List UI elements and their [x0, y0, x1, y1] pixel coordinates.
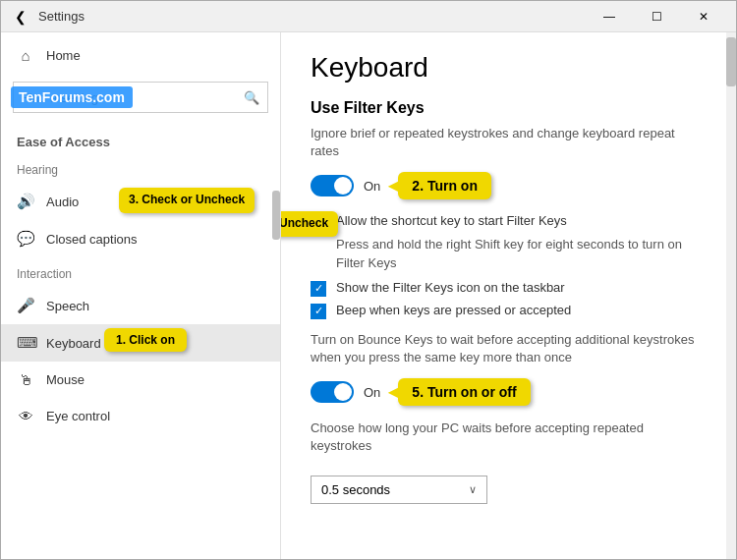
speech-icon: 🎤	[17, 297, 34, 314]
toggle-knob-2	[334, 383, 352, 401]
main-scrollbar-thumb[interactable]	[726, 37, 736, 86]
speech-label: Speech	[46, 299, 89, 313]
eye-control-icon: 👁	[17, 408, 34, 424]
checkbox-2-row: ✓ Show the Filter Keys icon on the taskb…	[311, 280, 707, 297]
annotation-turn-on-or-off: ◄ 5. Turn on or off	[398, 378, 530, 406]
sidebar-item-closed-captions[interactable]: 💬 Closed captions	[1, 220, 280, 257]
toggle-2-label: On	[364, 385, 380, 400]
sidebar: TenForums.com ⌂ Home 🔍 Ease of Access He…	[1, 32, 281, 559]
annotation-check-or-uncheck-1: 3. Check or Uncheck	[119, 188, 255, 213]
main-content: Keyboard Use Filter Keys Ignore brief or…	[281, 32, 736, 559]
page-title: Keyboard	[311, 52, 707, 84]
dropdown-value: 0.5 seconds	[321, 482, 390, 497]
closed-captions-icon: 💬	[17, 230, 34, 248]
sidebar-item-eye-control[interactable]: 👁 Eye control	[1, 398, 280, 434]
home-icon: ⌂	[17, 47, 34, 64]
maximize-button[interactable]: ☐	[634, 1, 679, 32]
keyboard-label: Keyboard	[46, 336, 101, 351]
title-bar: ❮ Settings — ☐ ✕	[1, 1, 736, 32]
keyboard-icon: ⌨	[17, 334, 34, 352]
audio-label: Audio	[46, 195, 79, 209]
eye-control-label: Eye control	[46, 409, 110, 423]
minimize-button[interactable]: —	[587, 1, 632, 32]
toggle-knob-1	[334, 177, 352, 195]
title-bar-left: ❮ Settings	[11, 5, 85, 28]
checkbox-1-row: Allow the shortcut key to start Filter K…	[311, 213, 707, 230]
search-icon: 🔍	[244, 90, 259, 105]
sidebar-scrollbar[interactable]	[272, 191, 280, 240]
section-title: Use Filter Keys	[311, 99, 707, 117]
section-desc: Ignore brief or repeated keystrokes and …	[311, 125, 707, 160]
audio-icon: 🔊	[17, 193, 34, 210]
annotation-turn-on: ◄ 2. Turn on	[398, 172, 491, 199]
bounce-keys-desc: Turn on Bounce Keys to wait before accep…	[311, 331, 707, 366]
dropdown-arrow-icon: ∨	[469, 483, 477, 496]
checkbox-1-label: Allow the shortcut key to start Filter K…	[336, 213, 567, 228]
keystroke-wait-dropdown[interactable]: 0.5 seconds ∨	[311, 476, 487, 504]
home-label: Home	[46, 48, 81, 63]
toggle-1-label: On	[364, 179, 380, 194]
show-filter-icon-checkbox[interactable]: ✓	[311, 281, 326, 297]
annotation-check-or-uncheck-2: 4. Check or Uncheck	[281, 211, 338, 237]
checkbox-2-label: Show the Filter Keys icon on the taskbar	[336, 280, 565, 295]
dropdown-wrapper: ↑ 0.5 seconds ∨	[311, 476, 487, 504]
window-title: Settings	[38, 9, 85, 24]
annotation-click-on: 1. Click on	[104, 328, 187, 352]
hint-text: Press and hold the right Shift key for e…	[311, 236, 707, 271]
wait-desc: Choose how long your PC waits before acc…	[311, 420, 707, 455]
content-area: TenForums.com ⌂ Home 🔍 Ease of Access He…	[1, 32, 736, 559]
filter-keys-toggle[interactable]	[311, 175, 354, 196]
settings-window: ❮ Settings — ☐ ✕ TenForums.com ⌂ Home 🔍	[0, 0, 737, 560]
beep-checkbox[interactable]: ✓	[311, 304, 326, 319]
hearing-group-label: Hearing	[1, 155, 280, 183]
checkbox-3-row: ✓ Beep when keys are pressed or accepted	[311, 303, 707, 319]
checkbox-3-label: Beep when keys are pressed or accepted	[336, 303, 571, 317]
main-scrollbar-track	[726, 32, 736, 559]
ease-of-access-label: Ease of Access	[1, 121, 280, 155]
mouse-icon: 🖱	[17, 371, 34, 388]
sidebar-item-mouse[interactable]: 🖱 Mouse	[1, 362, 280, 398]
title-bar-controls: — ☐ ✕	[587, 1, 726, 32]
closed-captions-label: Closed captions	[46, 232, 138, 247]
mouse-label: Mouse	[46, 372, 85, 387]
interaction-group-label: Interaction	[1, 257, 280, 287]
search-input[interactable]	[22, 90, 244, 105]
bounce-keys-toggle[interactable]	[311, 381, 354, 403]
toggle-2-wrapper: On ◄ 5. Turn on or off	[311, 378, 707, 406]
close-button[interactable]: ✕	[681, 1, 726, 32]
back-button[interactable]: ❮	[11, 5, 30, 28]
toggle-1-wrapper: On ◄ 2. Turn on	[311, 172, 707, 199]
sidebar-item-home[interactable]: ⌂ Home	[1, 37, 280, 74]
sidebar-item-speech[interactable]: 🎤 Speech	[1, 287, 280, 324]
search-box[interactable]: 🔍	[13, 82, 268, 113]
